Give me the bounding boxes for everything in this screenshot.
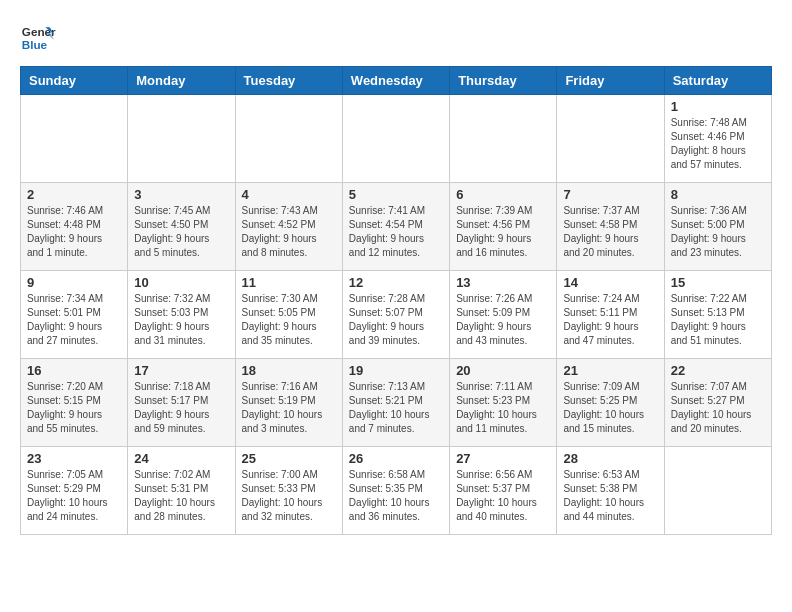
day-number: 2 [27, 187, 121, 202]
header-friday: Friday [557, 67, 664, 95]
day-number: 9 [27, 275, 121, 290]
calendar-cell: 22Sunrise: 7:07 AM Sunset: 5:27 PM Dayli… [664, 359, 771, 447]
calendar-cell: 11Sunrise: 7:30 AM Sunset: 5:05 PM Dayli… [235, 271, 342, 359]
day-info: Sunrise: 7:30 AM Sunset: 5:05 PM Dayligh… [242, 292, 336, 348]
calendar-cell: 25Sunrise: 7:00 AM Sunset: 5:33 PM Dayli… [235, 447, 342, 535]
page-header: General Blue [20, 20, 772, 56]
day-info: Sunrise: 6:53 AM Sunset: 5:38 PM Dayligh… [563, 468, 657, 524]
day-number: 21 [563, 363, 657, 378]
calendar-cell: 24Sunrise: 7:02 AM Sunset: 5:31 PM Dayli… [128, 447, 235, 535]
calendar-cell: 5Sunrise: 7:41 AM Sunset: 4:54 PM Daylig… [342, 183, 449, 271]
day-number: 18 [242, 363, 336, 378]
calendar-cell: 7Sunrise: 7:37 AM Sunset: 4:58 PM Daylig… [557, 183, 664, 271]
day-info: Sunrise: 7:05 AM Sunset: 5:29 PM Dayligh… [27, 468, 121, 524]
day-info: Sunrise: 7:36 AM Sunset: 5:00 PM Dayligh… [671, 204, 765, 260]
calendar-cell: 27Sunrise: 6:56 AM Sunset: 5:37 PM Dayli… [450, 447, 557, 535]
day-info: Sunrise: 7:45 AM Sunset: 4:50 PM Dayligh… [134, 204, 228, 260]
day-number: 5 [349, 187, 443, 202]
day-info: Sunrise: 7:37 AM Sunset: 4:58 PM Dayligh… [563, 204, 657, 260]
day-info: Sunrise: 7:13 AM Sunset: 5:21 PM Dayligh… [349, 380, 443, 436]
day-info: Sunrise: 7:07 AM Sunset: 5:27 PM Dayligh… [671, 380, 765, 436]
day-number: 22 [671, 363, 765, 378]
calendar-cell [235, 95, 342, 183]
calendar-week-1: 2Sunrise: 7:46 AM Sunset: 4:48 PM Daylig… [21, 183, 772, 271]
calendar-table: SundayMondayTuesdayWednesdayThursdayFrid… [20, 66, 772, 535]
calendar-cell: 21Sunrise: 7:09 AM Sunset: 5:25 PM Dayli… [557, 359, 664, 447]
calendar-cell: 28Sunrise: 6:53 AM Sunset: 5:38 PM Dayli… [557, 447, 664, 535]
calendar-cell [450, 95, 557, 183]
calendar-cell: 1Sunrise: 7:48 AM Sunset: 4:46 PM Daylig… [664, 95, 771, 183]
calendar-cell: 9Sunrise: 7:34 AM Sunset: 5:01 PM Daylig… [21, 271, 128, 359]
calendar-week-0: 1Sunrise: 7:48 AM Sunset: 4:46 PM Daylig… [21, 95, 772, 183]
day-number: 4 [242, 187, 336, 202]
day-number: 14 [563, 275, 657, 290]
day-number: 23 [27, 451, 121, 466]
calendar-cell: 6Sunrise: 7:39 AM Sunset: 4:56 PM Daylig… [450, 183, 557, 271]
day-info: Sunrise: 7:00 AM Sunset: 5:33 PM Dayligh… [242, 468, 336, 524]
calendar-cell: 13Sunrise: 7:26 AM Sunset: 5:09 PM Dayli… [450, 271, 557, 359]
calendar-cell: 16Sunrise: 7:20 AM Sunset: 5:15 PM Dayli… [21, 359, 128, 447]
logo-icon: General Blue [20, 20, 56, 56]
day-info: Sunrise: 7:02 AM Sunset: 5:31 PM Dayligh… [134, 468, 228, 524]
day-info: Sunrise: 7:41 AM Sunset: 4:54 PM Dayligh… [349, 204, 443, 260]
day-number: 20 [456, 363, 550, 378]
day-info: Sunrise: 7:20 AM Sunset: 5:15 PM Dayligh… [27, 380, 121, 436]
day-number: 10 [134, 275, 228, 290]
logo: General Blue [20, 20, 56, 56]
day-number: 26 [349, 451, 443, 466]
day-number: 12 [349, 275, 443, 290]
day-number: 7 [563, 187, 657, 202]
day-info: Sunrise: 7:34 AM Sunset: 5:01 PM Dayligh… [27, 292, 121, 348]
day-info: Sunrise: 7:48 AM Sunset: 4:46 PM Dayligh… [671, 116, 765, 172]
day-number: 25 [242, 451, 336, 466]
day-info: Sunrise: 7:43 AM Sunset: 4:52 PM Dayligh… [242, 204, 336, 260]
day-number: 19 [349, 363, 443, 378]
calendar-week-3: 16Sunrise: 7:20 AM Sunset: 5:15 PM Dayli… [21, 359, 772, 447]
day-number: 13 [456, 275, 550, 290]
day-info: Sunrise: 7:22 AM Sunset: 5:13 PM Dayligh… [671, 292, 765, 348]
calendar-header-row: SundayMondayTuesdayWednesdayThursdayFrid… [21, 67, 772, 95]
day-number: 17 [134, 363, 228, 378]
calendar-cell [557, 95, 664, 183]
header-sunday: Sunday [21, 67, 128, 95]
calendar-cell: 12Sunrise: 7:28 AM Sunset: 5:07 PM Dayli… [342, 271, 449, 359]
calendar-cell: 26Sunrise: 6:58 AM Sunset: 5:35 PM Dayli… [342, 447, 449, 535]
calendar-week-4: 23Sunrise: 7:05 AM Sunset: 5:29 PM Dayli… [21, 447, 772, 535]
header-saturday: Saturday [664, 67, 771, 95]
calendar-cell: 20Sunrise: 7:11 AM Sunset: 5:23 PM Dayli… [450, 359, 557, 447]
calendar-cell: 19Sunrise: 7:13 AM Sunset: 5:21 PM Dayli… [342, 359, 449, 447]
calendar-cell: 4Sunrise: 7:43 AM Sunset: 4:52 PM Daylig… [235, 183, 342, 271]
day-info: Sunrise: 7:32 AM Sunset: 5:03 PM Dayligh… [134, 292, 228, 348]
calendar-cell: 8Sunrise: 7:36 AM Sunset: 5:00 PM Daylig… [664, 183, 771, 271]
calendar-cell [664, 447, 771, 535]
day-number: 11 [242, 275, 336, 290]
calendar-cell [342, 95, 449, 183]
day-number: 27 [456, 451, 550, 466]
calendar-cell: 3Sunrise: 7:45 AM Sunset: 4:50 PM Daylig… [128, 183, 235, 271]
day-info: Sunrise: 7:16 AM Sunset: 5:19 PM Dayligh… [242, 380, 336, 436]
day-number: 1 [671, 99, 765, 114]
day-info: Sunrise: 7:28 AM Sunset: 5:07 PM Dayligh… [349, 292, 443, 348]
svg-text:Blue: Blue [22, 38, 48, 51]
calendar-cell: 15Sunrise: 7:22 AM Sunset: 5:13 PM Dayli… [664, 271, 771, 359]
day-number: 24 [134, 451, 228, 466]
calendar-cell: 2Sunrise: 7:46 AM Sunset: 4:48 PM Daylig… [21, 183, 128, 271]
day-info: Sunrise: 7:24 AM Sunset: 5:11 PM Dayligh… [563, 292, 657, 348]
day-number: 15 [671, 275, 765, 290]
day-info: Sunrise: 6:56 AM Sunset: 5:37 PM Dayligh… [456, 468, 550, 524]
calendar-cell: 18Sunrise: 7:16 AM Sunset: 5:19 PM Dayli… [235, 359, 342, 447]
day-number: 28 [563, 451, 657, 466]
calendar-cell: 14Sunrise: 7:24 AM Sunset: 5:11 PM Dayli… [557, 271, 664, 359]
day-info: Sunrise: 7:18 AM Sunset: 5:17 PM Dayligh… [134, 380, 228, 436]
day-number: 6 [456, 187, 550, 202]
day-info: Sunrise: 7:46 AM Sunset: 4:48 PM Dayligh… [27, 204, 121, 260]
calendar-cell [21, 95, 128, 183]
day-number: 8 [671, 187, 765, 202]
calendar-cell: 10Sunrise: 7:32 AM Sunset: 5:03 PM Dayli… [128, 271, 235, 359]
calendar-cell [128, 95, 235, 183]
header-wednesday: Wednesday [342, 67, 449, 95]
day-info: Sunrise: 6:58 AM Sunset: 5:35 PM Dayligh… [349, 468, 443, 524]
day-number: 16 [27, 363, 121, 378]
day-info: Sunrise: 7:26 AM Sunset: 5:09 PM Dayligh… [456, 292, 550, 348]
day-info: Sunrise: 7:39 AM Sunset: 4:56 PM Dayligh… [456, 204, 550, 260]
